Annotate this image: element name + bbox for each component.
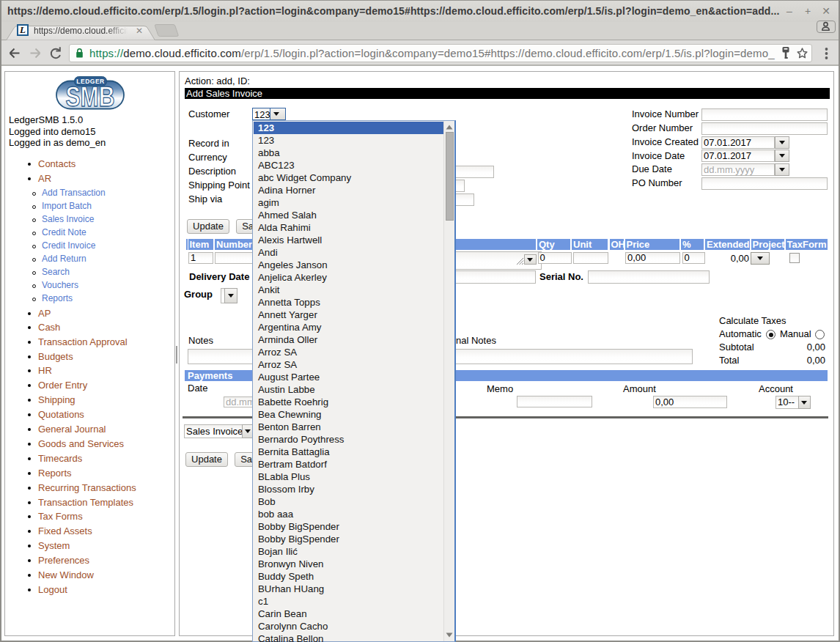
svg-text:SMB: SMB bbox=[66, 81, 115, 111]
